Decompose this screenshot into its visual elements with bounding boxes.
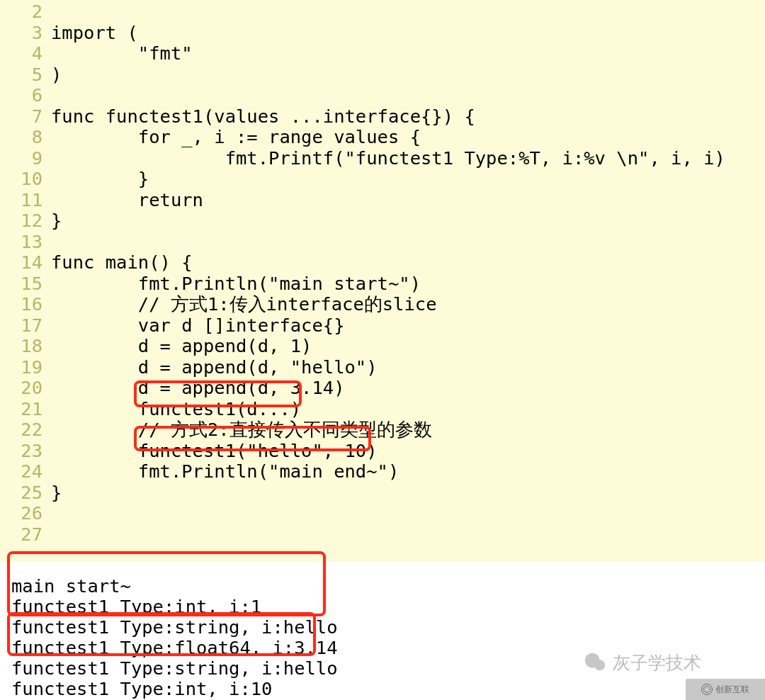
code-line: 6	[0, 85, 765, 106]
code-line: 18 d = append(d, 1)	[0, 336, 765, 357]
code-text: // 方式1:传入interface的slice	[51, 294, 765, 315]
code-line: 9 fmt.Printf("functest1 Type:%T, i:%v \n…	[0, 148, 765, 169]
line-number: 17	[0, 315, 51, 337]
line-number: 6	[0, 85, 51, 106]
output-line: functest1 Type:int, i:10	[11, 679, 765, 699]
line-number: 12	[0, 210, 51, 232]
output-line: main start~	[11, 576, 765, 597]
output-line: functest1 Type:string, i:hello	[11, 617, 765, 638]
code-line: 19 d = append(d, "hello")	[0, 357, 765, 378]
line-number: 26	[0, 503, 51, 524]
line-number: 23	[0, 441, 51, 462]
code-text: return	[51, 190, 765, 211]
code-line: 4 "fmt"	[0, 43, 765, 64]
code-line: 22 // 方式2:直接传入不同类型的参数	[0, 419, 765, 441]
code-line: 15 fmt.Println("main start~")	[0, 273, 765, 295]
wechat-watermark: 灰子学技术	[583, 650, 701, 674]
code-line: 23 functest1("hello", 10)	[0, 441, 765, 462]
line-number: 9	[0, 148, 51, 169]
line-number: 5	[0, 64, 51, 86]
line-number: 19	[0, 357, 51, 378]
line-number: 16	[0, 294, 51, 315]
code-editor: 2 3import ( 4 "fmt" 5) 6 7func functest1…	[0, 0, 765, 562]
code-text: // 方式2:直接传入不同类型的参数	[51, 419, 765, 441]
line-number: 15	[0, 273, 51, 295]
line-number: 27	[0, 524, 51, 546]
code-line: 10 }	[0, 169, 765, 190]
line-number: 18	[0, 336, 51, 357]
line-number: 7	[0, 106, 51, 128]
code-line: 11 return	[0, 190, 765, 211]
line-number: 24	[0, 461, 51, 482]
code-text: func main() {	[51, 252, 765, 273]
line-number: 4	[0, 43, 51, 64]
line-number: 13	[0, 232, 51, 253]
code-text: d = append(d, 3.14)	[51, 378, 765, 399]
line-number: 14	[0, 252, 51, 273]
line-number: 3	[0, 23, 51, 44]
code-line: 8 for _, i := range values {	[0, 127, 765, 148]
line-number: 25	[0, 482, 51, 504]
code-line: 25}	[0, 482, 765, 504]
code-text: functest1("hello", 10)	[51, 441, 765, 462]
code-line: 20 d = append(d, 3.14)	[0, 378, 765, 399]
code-text: )	[51, 64, 765, 86]
code-text: }	[51, 482, 765, 504]
code-text: func functest1(values ...interface{}) {	[51, 106, 765, 128]
line-number: 22	[0, 419, 51, 441]
code-line: 16 // 方式1:传入interface的slice	[0, 294, 765, 315]
code-line: 24 fmt.Println("main end~")	[0, 461, 765, 482]
code-text: fmt.Println("main start~")	[51, 273, 765, 295]
code-line: 17 var d []interface{}	[0, 315, 765, 337]
line-number: 11	[0, 190, 51, 211]
code-line: 21 functest1(d...)	[0, 399, 765, 420]
code-text: import (	[51, 23, 765, 44]
code-text: d = append(d, "hello")	[51, 357, 765, 378]
corner-watermark: 创新互联	[686, 679, 765, 700]
code-line: 3import (	[0, 23, 765, 44]
code-line: 7func functest1(values ...interface{}) {	[0, 106, 765, 128]
line-number: 21	[0, 399, 51, 420]
code-text: fmt.Println("main end~")	[51, 461, 765, 482]
wechat-watermark-text: 灰子学技术	[613, 651, 701, 674]
code-text: functest1(d...)	[51, 399, 765, 420]
code-text: "fmt"	[51, 43, 765, 64]
code-text: }	[51, 169, 765, 190]
code-line: 26	[0, 503, 765, 524]
brand-logo-icon	[701, 684, 713, 695]
code-line: 27	[0, 524, 765, 546]
line-number: 2	[0, 1, 51, 23]
line-number: 8	[0, 127, 51, 148]
code-text: var d []interface{}	[51, 315, 765, 337]
code-line: 13	[0, 232, 765, 253]
code-line: 5)	[0, 64, 765, 86]
line-number: 20	[0, 378, 51, 399]
wechat-icon	[583, 650, 607, 674]
code-text: }	[51, 210, 765, 232]
code-line: 2	[0, 1, 765, 23]
output-line: functest1 Type:int, i:1	[11, 597, 765, 617]
line-number: 10	[0, 169, 51, 190]
code-line: 12}	[0, 210, 765, 232]
code-text: for _, i := range values {	[51, 127, 765, 148]
svg-point-1	[594, 660, 605, 670]
code-text: d = append(d, 1)	[51, 336, 765, 357]
code-text: fmt.Printf("functest1 Type:%T, i:%v \n",…	[51, 148, 765, 169]
corner-watermark-text: 创新互联	[715, 684, 749, 696]
code-line: 14func main() {	[0, 252, 765, 273]
terminal-output: main start~ functest1 Type:int, i:1 func…	[0, 562, 765, 700]
